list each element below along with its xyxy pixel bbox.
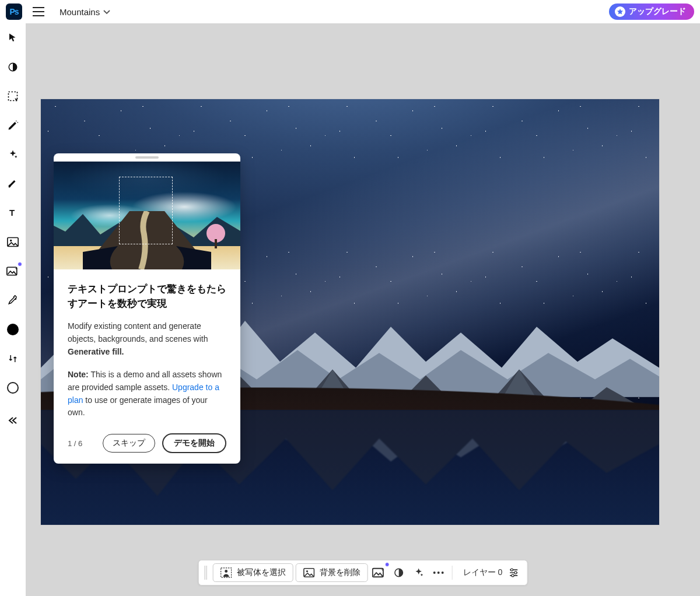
upgrade-label: アップグレード (629, 6, 686, 17)
svg-point-15 (306, 570, 308, 572)
popover-hero-image (54, 162, 240, 269)
svg-point-21 (442, 572, 444, 574)
brush-tool[interactable] (5, 176, 20, 191)
step-indicator: 1 / 6 (68, 439, 82, 448)
action-bar: 被写体を選択 背景を削除 + レイヤー 0 (198, 560, 528, 586)
popover-note: Note: This is a demo and all assets show… (68, 369, 226, 419)
popover-body-bold: Generative fill. (68, 347, 124, 356)
swap-colors-icon[interactable] (5, 351, 20, 366)
popover-body-lead: Modify existing content and generate obj… (68, 321, 208, 343)
adjust-tool[interactable] (5, 59, 20, 75)
menu-icon[interactable] (33, 7, 44, 16)
genfill-tool[interactable]: + (5, 264, 20, 279)
top-bar: Ps Mountains アップグレード (0, 0, 700, 23)
svg-point-24 (512, 574, 514, 577)
filename-dropdown[interactable]: Mountains (60, 7, 110, 17)
popover-title: テキストプロンプトで驚きをもたらすアートを数秒で実現 (68, 282, 226, 311)
app-logo-text: Ps (9, 7, 18, 16)
svg-rect-11 (215, 239, 217, 248)
separator (452, 566, 453, 580)
adjust-action-icon[interactable] (390, 564, 408, 581)
layer-chip[interactable]: レイヤー 0 (457, 567, 523, 578)
upgrade-button[interactable]: アップグレード (609, 3, 694, 20)
svg-point-13 (225, 570, 228, 573)
eyedropper-tool[interactable] (5, 293, 20, 308)
sparkle-action-icon[interactable] (410, 564, 428, 581)
chevron-down-icon (103, 10, 110, 15)
svg-point-23 (514, 572, 517, 574)
svg-point-20 (438, 572, 440, 574)
popover-note-b: to use or generate images of your own. (68, 395, 208, 418)
svg-point-3 (18, 122, 19, 123)
select-subject-button[interactable]: 被写体を選択 (213, 563, 293, 582)
svg-point-19 (433, 572, 436, 574)
popover-note-label: Note: (68, 370, 89, 379)
image-tool[interactable] (5, 234, 20, 250)
svg-point-2 (16, 121, 17, 122)
star-icon (615, 6, 625, 17)
foreground-swatch[interactable] (5, 322, 20, 337)
background-swatch[interactable] (5, 380, 20, 395)
canvas-area: テキストプロンプトで驚きをもたらすアートを数秒で実現 Modify existi… (26, 23, 700, 596)
move-tool[interactable] (5, 30, 20, 45)
start-demo-button[interactable]: デモを開始 (162, 433, 226, 453)
new-badge-icon (18, 262, 22, 267)
svg-point-22 (510, 569, 513, 571)
tool-strip: T + (0, 23, 26, 596)
marquee-selection-icon (119, 177, 173, 244)
select-tool[interactable] (5, 89, 20, 104)
more-icon[interactable] (430, 564, 447, 581)
genfill-action-icon[interactable]: + (370, 564, 388, 581)
new-badge-icon (385, 562, 390, 567)
retouch-tool[interactable] (5, 118, 20, 133)
remove-bg-icon (303, 568, 315, 577)
svg-text:+: + (381, 567, 384, 573)
tutorial-popover: テキストプロンプトで驚きをもたらすアートを数秒で実現 Modify existi… (54, 153, 240, 464)
remove-bg-label: 背景を削除 (320, 567, 360, 578)
select-subject-label: 被写体を選択 (237, 567, 286, 578)
svg-point-7 (10, 240, 12, 241)
remove-bg-button[interactable]: 背景を削除 (296, 563, 368, 582)
properties-icon (508, 568, 519, 577)
svg-point-4 (15, 122, 16, 124)
layer-label: レイヤー 0 (463, 567, 503, 578)
app-logo[interactable]: Ps (6, 3, 22, 20)
skip-button[interactable]: スキップ (103, 434, 155, 453)
filename-text: Mountains (60, 7, 100, 17)
popover-body: Modify existing content and generate obj… (68, 320, 226, 358)
person-select-icon (220, 567, 232, 578)
generative-tool[interactable] (5, 147, 20, 162)
drag-handle[interactable] (54, 153, 240, 162)
collapse-icon[interactable] (5, 413, 20, 428)
grip-handle[interactable] (205, 566, 207, 580)
svg-text:+: + (15, 266, 18, 271)
svg-text:T: T (9, 208, 15, 218)
text-tool[interactable]: T (5, 205, 20, 220)
